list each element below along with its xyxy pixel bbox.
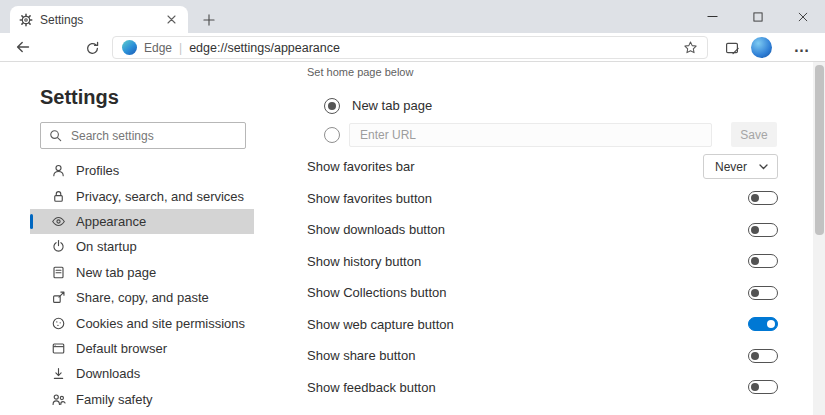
toggle-knob — [751, 352, 759, 360]
sidebar-item-label: Privacy, search, and services — [76, 189, 244, 204]
edge-logo-icon — [122, 40, 137, 55]
browser-icon — [50, 340, 66, 356]
toggle-knob — [751, 226, 759, 234]
back-button[interactable] — [13, 37, 33, 57]
setting-row-collections-button: Show Collections button — [307, 277, 778, 309]
lock-icon — [50, 188, 66, 204]
toggle-knob — [767, 320, 775, 328]
chevron-down-icon — [759, 164, 768, 170]
setting-row-downloads-button: Show downloads button — [307, 214, 778, 246]
setting-label: Show history button — [307, 254, 421, 269]
site-label: Edge — [144, 41, 172, 55]
profile-avatar[interactable] — [751, 37, 772, 58]
radio-label: New tab page — [352, 98, 432, 113]
toggle-knob — [751, 289, 759, 297]
home-page-option-new-tab: New tab page — [324, 93, 432, 118]
address-bar[interactable]: Edge | edge://settings/appearance — [112, 36, 708, 59]
sidebar-item-downloads[interactable]: Downloads — [30, 361, 254, 386]
sidebar-item-label: New tab page — [76, 265, 156, 280]
refresh-button[interactable] — [82, 38, 102, 58]
toggle-knob — [751, 257, 759, 265]
sidebar-item-label: Default browser — [76, 341, 167, 356]
sidebar-item-label: Appearance — [76, 214, 146, 229]
page-icon — [50, 264, 66, 280]
search-settings-box[interactable] — [40, 122, 246, 149]
toggle-show-downloads-button[interactable] — [748, 223, 778, 237]
setting-label: Show Collections button — [307, 285, 446, 300]
toolbar: Edge | edge://settings/appearance … — [0, 33, 825, 62]
sidebar-item-appearance[interactable]: Appearance — [30, 209, 254, 234]
setting-label: Show favorites bar — [307, 159, 415, 174]
sidebar-item-cookies[interactable]: Cookies and site permissions — [30, 310, 254, 335]
setting-row-feedback-button: Show feedback button — [307, 372, 778, 404]
sidebar-item-label: Family safety — [76, 392, 153, 407]
sidebar-item-label: Downloads — [76, 366, 140, 381]
setting-label: Show favorites button — [307, 191, 432, 206]
sidebar-item-family-safety[interactable]: Family safety — [30, 387, 254, 412]
close-button[interactable] — [780, 0, 825, 33]
sidebar-item-default-browser[interactable]: Default browser — [30, 336, 254, 361]
custom-url-radio[interactable] — [324, 127, 340, 143]
tab-settings[interactable]: Settings — [10, 6, 188, 33]
web-capture-icon[interactable] — [722, 38, 742, 58]
new-tab-page-radio[interactable] — [324, 98, 340, 114]
maximize-button[interactable] — [735, 0, 780, 33]
tab-close-icon[interactable] — [163, 12, 179, 28]
settings-nav: Profiles Privacy, search, and services A… — [30, 158, 254, 412]
toggle-show-web-capture-button[interactable] — [748, 317, 778, 331]
address-separator: | — [179, 41, 182, 55]
dropdown-value: Never — [715, 160, 747, 174]
setting-row-web-capture-button: Show web capture button — [307, 309, 778, 341]
scrollbar-thumb[interactable] — [815, 65, 824, 235]
search-input[interactable] — [69, 128, 237, 144]
toggle-show-share-button[interactable] — [748, 349, 778, 363]
setting-row-favorites-bar: Show favorites bar Never — [307, 151, 778, 183]
appearance-icon — [50, 213, 66, 229]
vertical-scrollbar[interactable] — [813, 62, 825, 415]
search-icon — [49, 129, 62, 142]
cookie-icon — [50, 315, 66, 331]
sidebar-item-on-startup[interactable]: On startup — [30, 234, 254, 259]
sidebar-item-share-copy-paste[interactable]: Share, copy, and paste — [30, 285, 254, 310]
gear-icon — [19, 13, 33, 27]
download-icon — [50, 366, 66, 382]
setting-label: Show downloads button — [307, 222, 445, 237]
enter-url-input[interactable] — [349, 123, 712, 147]
sidebar-item-label: On startup — [76, 239, 137, 254]
window-controls — [690, 0, 825, 33]
set-home-page-label: Set home page below — [307, 66, 413, 78]
family-icon — [50, 391, 66, 407]
setting-row-favorites-button: Show favorites button — [307, 183, 778, 215]
setting-label: Show web capture button — [307, 317, 454, 332]
toggle-knob — [751, 194, 759, 202]
sidebar-item-label: Profiles — [76, 163, 119, 178]
settings-and-more-icon[interactable]: … — [789, 34, 815, 60]
setting-row-history-button: Show history button — [307, 246, 778, 278]
appearance-settings-list: Show favorites bar Never Show favorites … — [307, 151, 778, 403]
setting-label: Show share button — [307, 348, 415, 363]
toggle-show-feedback-button[interactable] — [748, 380, 778, 394]
add-favorite-icon[interactable] — [683, 40, 698, 55]
tab-bar: Settings — [0, 0, 825, 33]
url-text[interactable]: edge://settings/appearance — [189, 41, 677, 55]
sidebar-item-privacy[interactable]: Privacy, search, and services — [30, 183, 254, 208]
sidebar-item-new-tab-page[interactable]: New tab page — [30, 260, 254, 285]
power-icon — [50, 239, 66, 255]
person-icon — [50, 163, 66, 179]
tab-title: Settings — [40, 13, 163, 27]
toggle-show-history-button[interactable] — [748, 254, 778, 268]
setting-label: Show feedback button — [307, 380, 436, 395]
sidebar-item-label: Share, copy, and paste — [76, 290, 209, 305]
save-button[interactable]: Save — [731, 122, 777, 147]
sidebar-item-profiles[interactable]: Profiles — [30, 158, 254, 183]
minimize-button[interactable] — [690, 0, 735, 33]
new-tab-button[interactable] — [198, 9, 220, 31]
favorites-bar-dropdown[interactable]: Never — [703, 154, 778, 179]
toggle-show-collections-button[interactable] — [748, 286, 778, 300]
toggle-knob — [751, 383, 759, 391]
setting-row-share-button: Show share button — [307, 340, 778, 372]
page-title: Settings — [40, 86, 119, 109]
home-page-option-url — [324, 122, 712, 147]
share-icon — [50, 290, 66, 306]
toggle-show-favorites-button[interactable] — [748, 191, 778, 205]
